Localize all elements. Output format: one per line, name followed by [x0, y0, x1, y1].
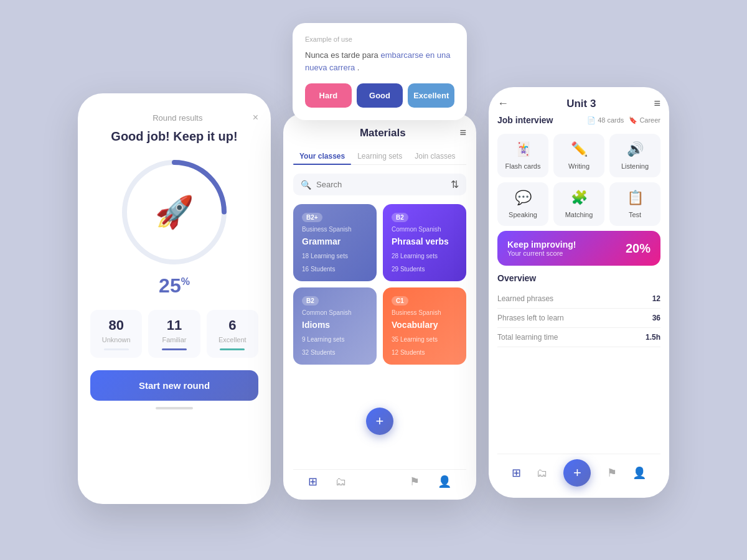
improve-score: 20%: [626, 241, 651, 256]
stats-row: 80 Unknown 11 Familiar 6 Excellent: [90, 310, 258, 358]
phone-notch: [143, 93, 205, 107]
overview-title: Overview: [497, 273, 660, 283]
materials-header: Materials ≡: [293, 126, 466, 139]
unit-badges: 📄 48 cards 🔖 Career: [587, 116, 660, 124]
unit-subtitle-row: Job interview 📄 48 cards 🔖 Career: [497, 115, 660, 125]
listening-icon: 🔊: [627, 141, 644, 157]
class-card-vocabulary[interactable]: C1 Business Spanish Vocabulary 35 Learni…: [383, 287, 466, 365]
nav-flag-icon[interactable]: ⚑: [410, 475, 420, 488]
tab-learning-sets[interactable]: Learning sets: [351, 148, 408, 164]
round-header: Round results ×: [90, 112, 258, 123]
improve-text: Keep improving! Your current score: [507, 240, 576, 257]
materials-title: Materials: [306, 127, 459, 139]
mode-test[interactable]: 📋 Test: [609, 182, 660, 226]
overview-row-learned: Learned phrases 12: [497, 289, 660, 309]
progress-circle: 🚀: [118, 156, 230, 268]
menu-icon[interactable]: ≡: [654, 97, 660, 110]
overview-row-left: Phrases left to learn 36: [497, 309, 660, 328]
rocket-illustration: 🚀: [155, 194, 194, 230]
spanish-sentence: Nunca es tarde para embarcarse en una nu…: [305, 49, 454, 73]
example-label: Example of use: [305, 35, 454, 43]
back-button[interactable]: ←: [497, 97, 509, 110]
tab-your-classes[interactable]: Your classes: [293, 148, 351, 164]
tab-join-classes[interactable]: Join classes: [408, 148, 461, 164]
phone-materials: Materials ≡ Your classes Learning sets J…: [283, 114, 476, 500]
cards-badge: 📄 48 cards: [587, 116, 624, 124]
bar-unknown: [104, 348, 129, 350]
bottom-nav-unit3: ⊞ 🗂 + ⚑ 👤: [497, 454, 660, 492]
class-card-grammar[interactable]: B2+ Business Spanish Grammar 18 Learning…: [293, 204, 377, 281]
mode-flashcards[interactable]: 🃏 Flash cards: [497, 134, 548, 177]
bar-excellent: [220, 348, 245, 350]
bookmark-icon: 🔖: [629, 116, 637, 124]
speaking-icon: 💬: [515, 190, 532, 206]
stat-familiar: 11 Familiar: [148, 310, 200, 358]
hamburger-icon[interactable]: ≡: [459, 126, 466, 139]
filter-icon[interactable]: ⇅: [451, 179, 459, 190]
home-indicator: [156, 407, 193, 409]
nav-folder-icon[interactable]: 🗂: [336, 475, 347, 488]
nav-home-icon[interactable]: ⊞: [308, 475, 317, 488]
unit-header: ← Unit 3 ≡: [497, 97, 660, 110]
nav3-folder-icon[interactable]: 🗂: [537, 467, 548, 480]
excellent-button[interactable]: Excellent: [408, 83, 454, 108]
good-button[interactable]: Good: [357, 83, 403, 108]
percent-display: 25%: [159, 274, 190, 297]
nav3-profile-icon[interactable]: 👤: [632, 466, 646, 480]
phone-2-group: Example of use Nunca es tarde para embar…: [283, 23, 476, 500]
materials-tabs: Your classes Learning sets Join classes: [293, 148, 466, 165]
matching-icon: 🧩: [571, 190, 588, 206]
search-icon: 🔍: [301, 180, 311, 190]
job-title: Job interview: [497, 115, 553, 125]
flashcard-panel: Example of use Nunca es tarde para embar…: [293, 23, 467, 120]
answer-buttons: Hard Good Excellent: [305, 83, 454, 108]
stat-unknown: 80 Unknown: [90, 310, 142, 358]
improve-banner: Keep improving! Your current score 20%: [497, 231, 660, 266]
phone-unit3: ← Unit 3 ≡ Job interview 📄 48 cards 🔖 Ca…: [489, 87, 669, 498]
bottom-nav-materials: ⊞ 🗂 ⚑ 👤: [293, 469, 466, 493]
phone-round-results: Round results × Good job! Keep it up! 🚀 …: [78, 93, 271, 504]
nav-profile-icon[interactable]: 👤: [438, 475, 451, 488]
writing-icon: ✏️: [571, 141, 588, 157]
hard-button[interactable]: Hard: [305, 83, 352, 108]
test-icon: 📋: [627, 190, 644, 206]
mode-speaking[interactable]: 💬 Speaking: [497, 182, 548, 226]
mode-writing[interactable]: ✏️ Writing: [553, 134, 604, 177]
class-card-idioms[interactable]: B2 Common Spanish Idioms 9 Learning sets…: [293, 287, 377, 365]
nav3-home-icon[interactable]: ⊞: [512, 466, 521, 480]
cards-icon: 📄: [587, 116, 596, 124]
flashcards-icon: 🃏: [515, 141, 532, 157]
search-input[interactable]: [316, 180, 446, 189]
round-results-title: Round results: [103, 113, 253, 123]
study-modes-grid: 🃏 Flash cards ✏️ Writing 🔊 Listening 💬 S…: [497, 134, 660, 226]
stat-excellent: 6 Excellent: [207, 310, 258, 358]
mode-matching[interactable]: 🧩 Matching: [553, 182, 604, 226]
bar-familiar: [162, 348, 187, 350]
headline-text: Good job! Keep it up!: [111, 129, 237, 144]
career-badge: 🔖 Career: [629, 116, 660, 124]
mode-listening[interactable]: 🔊 Listening: [609, 134, 660, 177]
unit-title: Unit 3: [566, 98, 596, 110]
overview-row-time: Total learning time 1.5h: [497, 328, 660, 347]
search-bar: 🔍 ⇅: [293, 174, 466, 195]
class-card-phrasal[interactable]: B2 Common Spanish Phrasal verbs 28 Learn…: [383, 204, 466, 281]
fab-add-button[interactable]: +: [366, 408, 393, 435]
nav3-flag-icon[interactable]: ⚑: [607, 466, 617, 480]
class-cards-grid: B2+ Business Spanish Grammar 18 Learning…: [293, 204, 466, 365]
start-new-round-button[interactable]: Start new round: [90, 370, 258, 401]
fab3-add-button[interactable]: +: [563, 459, 591, 487]
overview-section: Overview Learned phrases 12 Phrases left…: [497, 273, 660, 447]
close-button[interactable]: ×: [253, 112, 258, 123]
